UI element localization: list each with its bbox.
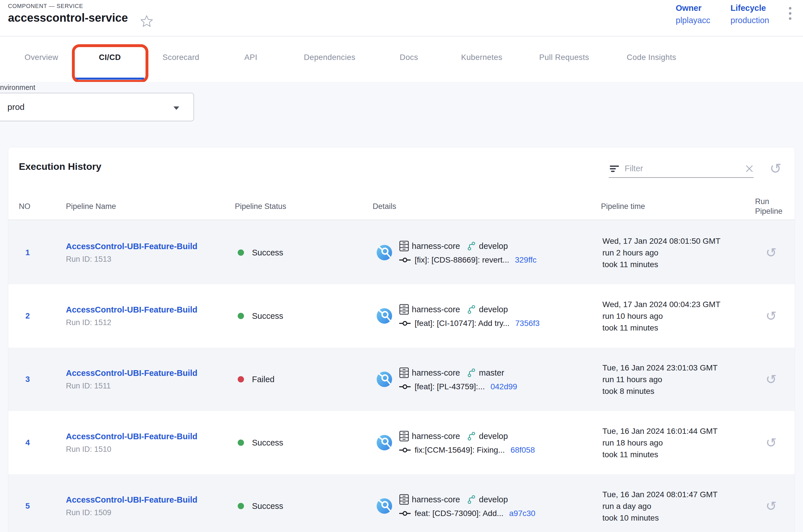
refresh-icon[interactable]: ↺ bbox=[770, 162, 782, 176]
git-commit-icon bbox=[399, 447, 410, 453]
run-pipeline-icon[interactable]: ↺ bbox=[766, 246, 777, 259]
time-ago: run 10 hours ago bbox=[603, 310, 753, 322]
tab-pull-requests[interactable]: Pull Requests bbox=[539, 53, 589, 62]
pipeline-name-link[interactable]: AccessControl-UBI-Feature-Build bbox=[66, 368, 234, 378]
status-dot bbox=[238, 376, 244, 382]
ci-module-icon bbox=[376, 371, 393, 387]
page-header: COMPONENT — SERVICE accesscontrol-servic… bbox=[0, 0, 803, 37]
status-dot bbox=[238, 439, 244, 446]
pipeline-name-link[interactable]: AccessControl-UBI-Feature-Build bbox=[66, 305, 234, 315]
commit-hash-link[interactable]: 68f058 bbox=[511, 445, 535, 455]
repository-icon bbox=[399, 494, 409, 505]
environment-label: nvironment bbox=[0, 83, 35, 92]
pipeline-name-link[interactable]: AccessControl-UBI-Feature-Build bbox=[66, 242, 234, 251]
tab-docs[interactable]: Docs bbox=[400, 53, 418, 62]
content-area: nvironment prod Execution History bbox=[0, 82, 803, 532]
git-commit-icon bbox=[399, 384, 410, 390]
commit-hash-link[interactable]: a97c30 bbox=[509, 509, 535, 518]
breadcrumb: COMPONENT — SERVICE bbox=[8, 3, 83, 10]
repository-icon bbox=[399, 304, 409, 315]
kebab-menu-icon[interactable] bbox=[788, 6, 792, 21]
commit-message: feat: [CDS-73090]: Add... bbox=[415, 509, 503, 518]
time-ago: run 11 hours ago bbox=[603, 374, 753, 385]
tab-code-insights[interactable]: Code Insights bbox=[627, 53, 676, 62]
tab-dependencies[interactable]: Dependencies bbox=[304, 53, 356, 62]
status-text: Success bbox=[252, 311, 283, 321]
status-text: Success bbox=[252, 248, 283, 258]
git-commit-icon bbox=[399, 510, 410, 517]
table-body: 1 AccessControl-UBI-Feature-Build Run ID… bbox=[8, 221, 795, 532]
row-number: 4 bbox=[8, 438, 66, 447]
row-number: 1 bbox=[8, 248, 66, 257]
table-row: 1 AccessControl-UBI-Feature-Build Run ID… bbox=[8, 221, 795, 284]
commit-hash-link[interactable]: 7356f3 bbox=[515, 319, 540, 328]
col-name: Pipeline Name bbox=[66, 202, 234, 211]
ci-module-icon bbox=[376, 245, 393, 261]
run-id: Run ID: 1510 bbox=[66, 445, 234, 454]
time-date: Tue, 16 Jan 2024 16:01:44 GMT bbox=[603, 425, 753, 437]
time-date: Wed, 17 Jan 2024 08:01:50 GMT bbox=[603, 235, 753, 247]
owner-block: Owner plplayacc bbox=[676, 3, 710, 25]
annotation-highlight-box bbox=[72, 44, 148, 83]
commit-message: [fix]: [CDS-88669]: revert... bbox=[415, 255, 509, 265]
time-date: Tue, 16 Jan 2024 23:01:03 GMT bbox=[603, 362, 753, 374]
pipeline-time: Wed, 17 Jan 2024 00:04:23 GMT run 10 hou… bbox=[601, 299, 753, 334]
commit-hash-link[interactable]: 329ffc bbox=[515, 255, 536, 265]
tab-overview[interactable]: Overview bbox=[24, 53, 58, 62]
commit-message: fix:[CCM-15649]: Fixing... bbox=[415, 445, 505, 455]
filter-box bbox=[609, 164, 753, 178]
status-text: Failed bbox=[252, 375, 274, 384]
tab-scorecard[interactable]: Scorecard bbox=[162, 53, 199, 62]
ci-module-icon bbox=[376, 498, 393, 514]
time-ago: run a day ago bbox=[603, 500, 753, 512]
time-took: took 11 minutes bbox=[603, 259, 753, 270]
repository-icon bbox=[399, 431, 409, 441]
row-number: 5 bbox=[8, 501, 66, 511]
git-commit-icon bbox=[399, 257, 410, 263]
run-id: Run ID: 1513 bbox=[66, 255, 234, 264]
commit-message: [feat]: [CI-10747]: Add try... bbox=[415, 319, 510, 328]
pipeline-time: Tue, 16 Jan 2024 23:01:03 GMT run 11 hou… bbox=[601, 362, 753, 397]
run-pipeline-icon[interactable]: ↺ bbox=[766, 309, 777, 323]
owner-value-link[interactable]: plplayacc bbox=[676, 16, 710, 25]
branch-name: develop bbox=[479, 432, 508, 441]
branch-name: master bbox=[479, 368, 504, 378]
table-row: 5 AccessControl-UBI-Feature-Build Run ID… bbox=[8, 474, 795, 532]
lifecycle-value: production bbox=[730, 16, 769, 25]
time-took: took 11 minutes bbox=[603, 449, 753, 460]
tab-api[interactable]: API bbox=[244, 53, 257, 62]
pipeline-time: Tue, 16 Jan 2024 16:01:44 GMT run 18 hou… bbox=[601, 425, 753, 460]
run-pipeline-icon[interactable]: ↺ bbox=[766, 436, 777, 449]
status-dot bbox=[238, 503, 244, 509]
table-row: 2 AccessControl-UBI-Feature-Build Run ID… bbox=[8, 284, 795, 348]
environment-select[interactable]: prod bbox=[0, 93, 194, 121]
tab-kubernetes[interactable]: Kubernetes bbox=[461, 53, 502, 62]
commit-hash-link[interactable]: 042d99 bbox=[491, 382, 517, 391]
run-pipeline-icon[interactable]: ↺ bbox=[766, 373, 777, 386]
clear-filter-icon[interactable] bbox=[745, 165, 753, 173]
git-branch-icon bbox=[467, 368, 476, 377]
filter-input[interactable] bbox=[625, 164, 741, 173]
status-dot bbox=[238, 249, 244, 256]
repository-name: harness-core bbox=[412, 368, 460, 378]
row-number: 2 bbox=[8, 311, 66, 321]
status-text: Success bbox=[252, 501, 283, 511]
row-number: 3 bbox=[8, 375, 66, 384]
pipeline-time: Wed, 17 Jan 2024 08:01:50 GMT run 2 hour… bbox=[601, 235, 753, 270]
git-branch-icon bbox=[467, 242, 476, 251]
tab-bar: Overview CI/CD Scorecard API Dependencie… bbox=[0, 37, 803, 82]
table-row: 3 AccessControl-UBI-Feature-Build Run ID… bbox=[8, 348, 795, 411]
repository-name: harness-core bbox=[412, 495, 460, 504]
pipeline-name-link[interactable]: AccessControl-UBI-Feature-Build bbox=[66, 432, 234, 441]
star-icon[interactable] bbox=[140, 15, 153, 27]
tab-cicd[interactable]: CI/CD bbox=[99, 53, 121, 62]
active-tab-indicator bbox=[75, 78, 144, 80]
run-pipeline-icon[interactable]: ↺ bbox=[766, 499, 777, 513]
pipeline-name-link[interactable]: AccessControl-UBI-Feature-Build bbox=[66, 495, 234, 505]
time-took: took 10 minutes bbox=[603, 512, 753, 524]
time-took: took 11 minutes bbox=[603, 322, 753, 334]
branch-name: develop bbox=[479, 495, 508, 504]
repository-name: harness-core bbox=[412, 305, 460, 314]
chevron-down-icon bbox=[173, 106, 180, 111]
table-header: NO Pipeline Name Pipeline Status Details… bbox=[8, 193, 795, 220]
